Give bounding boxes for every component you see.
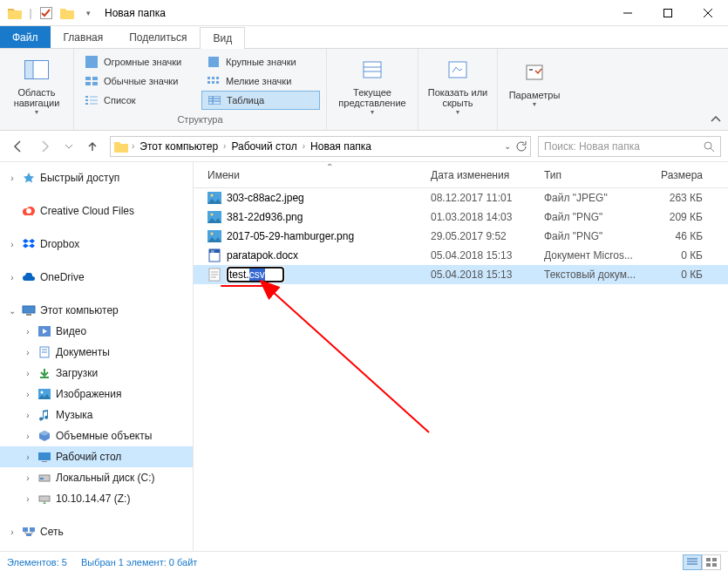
- file-row[interactable]: 05.04.2018 15:13Текстовый докум...0 КБ: [194, 265, 728, 284]
- tree-dropbox[interactable]: ›Dropbox: [0, 234, 193, 255]
- file-row[interactable]: 2017-05-29-hamburger.png29.05.2017 9:52Ф…: [194, 227, 728, 246]
- file-type: Файл "JPEG": [537, 192, 649, 204]
- search-icon[interactable]: [703, 140, 715, 153]
- address-dropdown-icon[interactable]: ⌄: [504, 141, 511, 151]
- nav-pane-button[interactable]: Область навигации ▾: [5, 52, 68, 119]
- breadcrumb-desktop[interactable]: Рабочий стол: [229, 140, 298, 153]
- forward-button[interactable]: [35, 136, 56, 157]
- tree-this-pc[interactable]: ⌄Этот компьютер: [0, 300, 193, 321]
- tree-network[interactable]: ›Сеть: [0, 521, 193, 542]
- file-date: 05.04.2018 15:13: [424, 269, 537, 281]
- view-thumbnails-icon[interactable]: [702, 554, 721, 570]
- qat-dropdown-icon[interactable]: ▾: [78, 3, 98, 23]
- file-size: 209 КБ: [649, 211, 710, 223]
- cloud-icon: [21, 204, 37, 218]
- show-hide-button[interactable]: Показать или скрыть ▾: [424, 52, 492, 119]
- folder-icon-small[interactable]: [58, 3, 77, 23]
- current-view-button[interactable]: Текущее представление ▾: [332, 52, 412, 119]
- view-table[interactable]: Таблица: [201, 91, 320, 110]
- tree-pictures[interactable]: ›Изображения: [0, 384, 193, 404]
- file-date: 05.04.2018 15:13: [424, 249, 537, 262]
- recent-dropdown-icon[interactable]: [63, 136, 75, 157]
- up-button[interactable]: [82, 136, 103, 157]
- rename-input[interactable]: [227, 267, 284, 282]
- net-drive-icon: [37, 492, 52, 506]
- view-list[interactable]: Список: [79, 91, 201, 110]
- ribbon-collapse-icon[interactable]: [709, 112, 723, 126]
- search-box[interactable]: Поиск: Новая папка: [538, 136, 721, 157]
- column-header-name[interactable]: Имени: [201, 169, 424, 181]
- svg-rect-56: [23, 527, 28, 532]
- current-view-icon: [358, 56, 386, 84]
- view-medium-icons[interactable]: Обычные значки: [79, 71, 201, 91]
- ribbon-group1-label: [5, 119, 68, 128]
- maximize-button[interactable]: [648, 0, 688, 26]
- chevron-right-icon[interactable]: ›: [303, 141, 305, 151]
- tab-view[interactable]: Вид: [200, 27, 245, 49]
- tree-desktop[interactable]: ›Рабочий стол: [0, 446, 193, 467]
- show-hide-label: Показать или скрыть: [425, 87, 490, 108]
- properties-checkbox-icon[interactable]: [37, 3, 56, 23]
- disk-icon: [37, 471, 52, 485]
- breadcrumb-folder[interactable]: Новая папка: [309, 140, 373, 153]
- annotation-underline: [221, 285, 266, 287]
- huge-icon: [85, 55, 99, 69]
- file-type: Файл "PNG": [537, 211, 649, 223]
- file-row[interactable]: 381-22d936.png01.03.2018 14:03Файл "PNG"…: [194, 207, 728, 227]
- chevron-right-icon[interactable]: ›: [132, 141, 134, 151]
- navigation-pane[interactable]: ›Быстрый доступ Creative Cloud Files ›Dr…: [0, 162, 194, 551]
- svg-rect-42: [23, 306, 35, 313]
- tree-downloads[interactable]: ›Загрузки: [0, 363, 193, 384]
- tree-videos[interactable]: ›Видео: [0, 321, 193, 342]
- tree-ccf[interactable]: Creative Cloud Files: [0, 201, 193, 221]
- file-rows: 303-c88ac2.jpeg08.12.2017 11:01Файл "JPE…: [194, 188, 728, 284]
- svg-rect-8: [85, 56, 98, 68]
- file-size: 0 КБ: [649, 249, 710, 262]
- file-row[interactable]: 303-c88ac2.jpeg08.12.2017 11:01Файл "JPE…: [194, 188, 728, 207]
- options-button[interactable]: Параметры ▾: [503, 55, 566, 112]
- column-header-type[interactable]: Тип: [537, 169, 649, 181]
- file-row[interactable]: Wparatapok.docx05.04.2018 15:13Документ …: [194, 246, 728, 265]
- svg-rect-57: [30, 527, 35, 532]
- file-type: Файл "PNG": [537, 230, 649, 242]
- file-name: 381-22d936.png: [227, 211, 303, 223]
- tab-file[interactable]: Файл: [0, 26, 51, 48]
- tab-share[interactable]: Поделиться: [116, 26, 200, 48]
- tree-documents[interactable]: ›Документы: [0, 342, 193, 363]
- file-icon: [208, 191, 221, 205]
- file-list-area: ⌃ Имени Дата изменения Тип Размера 303-c…: [194, 162, 728, 551]
- tree-net-drive[interactable]: ›10.10.14.47 (Z:): [0, 488, 193, 509]
- minimize-button[interactable]: [608, 0, 648, 26]
- view-small-icons[interactable]: Мелкие значки: [201, 71, 320, 91]
- refresh-icon[interactable]: [514, 140, 527, 153]
- svg-line-72: [272, 291, 429, 432]
- file-type: Текстовый докум...: [537, 269, 649, 281]
- ribbon-group-options: Параметры ▾: [498, 49, 571, 130]
- tree-3d-objects[interactable]: ›Объемные объекты: [0, 425, 193, 446]
- view-large-icons[interactable]: Крупные значки: [201, 52, 320, 71]
- column-header-size[interactable]: Размера: [649, 169, 710, 181]
- svg-text:W: W: [211, 249, 214, 254]
- close-button[interactable]: [688, 0, 728, 26]
- ribbon-group-layout: Огромные значки Крупные значки Обычные з…: [74, 49, 327, 130]
- address-bar[interactable]: › Этот компьютер › Рабочий стол › Новая …: [110, 136, 531, 157]
- svg-rect-23: [90, 99, 98, 101]
- tree-onedrive[interactable]: ›OneDrive: [0, 267, 193, 288]
- breadcrumb-root[interactable]: Этот компьютер: [138, 140, 220, 153]
- ribbon-group2-label: Структура: [79, 114, 321, 128]
- column-header-date[interactable]: Дата изменения: [424, 169, 537, 181]
- back-button[interactable]: [7, 136, 28, 157]
- view-huge-icons[interactable]: Огромные значки: [79, 52, 201, 71]
- view-details-icon[interactable]: [683, 554, 702, 570]
- pictures-icon: [37, 387, 52, 401]
- tree-local-disk[interactable]: ›Локальный диск (C:): [0, 467, 193, 488]
- documents-icon: [37, 345, 52, 359]
- tree-music[interactable]: ›Музыка: [0, 404, 193, 425]
- svg-point-41: [26, 208, 31, 214]
- tree-quick-access[interactable]: ›Быстрый доступ: [0, 167, 193, 188]
- medium-icon: [85, 74, 99, 88]
- sort-arrow-icon: ⌃: [326, 162, 333, 172]
- tab-home[interactable]: Главная: [51, 26, 117, 48]
- svg-point-36: [704, 142, 711, 149]
- chevron-right-icon[interactable]: ›: [223, 141, 226, 151]
